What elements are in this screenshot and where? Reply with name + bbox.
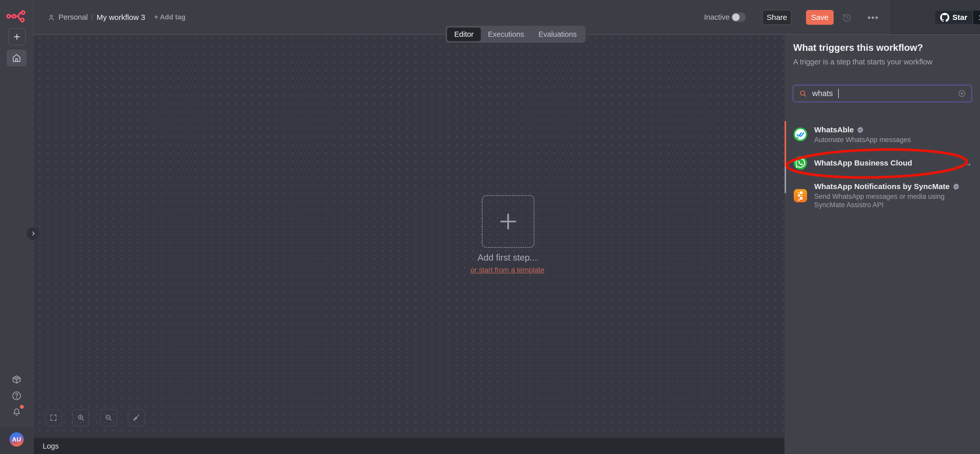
breadcrumb: Personal / My workflow 3 + Add tag — [48, 0, 186, 35]
logs-title: Logs — [43, 438, 59, 454]
verified-badge-icon — [953, 183, 959, 190]
github-star-widget: Star 164,523 — [935, 11, 980, 24]
zoom-out-button[interactable] — [100, 409, 117, 426]
n8n-logo-icon[interactable] — [6, 9, 27, 22]
canvas-controls — [45, 409, 145, 426]
workflow-history-button[interactable] — [842, 12, 852, 22]
github-star-label: Star — [952, 13, 967, 22]
tidy-up-button[interactable] — [128, 409, 145, 426]
history-icon — [842, 12, 852, 22]
trigger-picker-panel: What triggers this workflow? A trigger i… — [784, 35, 980, 454]
person-icon — [48, 14, 55, 21]
avatar-initials: AU — [12, 436, 21, 443]
fit-view-button[interactable] — [45, 409, 62, 426]
whatsable-icon — [793, 127, 808, 142]
logs-panel-bar[interactable]: Logs — [33, 438, 784, 454]
save-button[interactable]: Save — [806, 10, 834, 25]
panel-subtitle: A trigger is a step that starts your wor… — [793, 58, 932, 66]
workflow-canvas[interactable]: Add first step... or start from a templa… — [33, 35, 784, 438]
add-tag-button[interactable]: + Add tag — [154, 13, 186, 21]
add-first-step-button[interactable] — [482, 195, 535, 248]
open-arrow-icon: → — [963, 158, 972, 168]
view-tabs: Editor Executions Evaluations — [445, 26, 585, 43]
breadcrumb-separator: / — [91, 13, 93, 22]
share-button[interactable]: Share — [762, 10, 791, 25]
fit-view-icon — [49, 414, 57, 422]
panel-title: What triggers this workflow? — [793, 42, 923, 53]
chevron-right-icon — [30, 231, 36, 237]
home-icon — [11, 53, 22, 63]
sidebar-toggle-button[interactable] — [26, 226, 40, 241]
start-from-template-link[interactable]: or start from a template — [456, 266, 558, 274]
workflow-status-label: Inactive — [704, 0, 730, 35]
tidy-up-broom-icon — [132, 414, 140, 422]
node-name: WhatsApp Business Cloud — [814, 158, 912, 167]
notification-dot — [20, 405, 24, 409]
sidebar-item-help[interactable] — [11, 390, 22, 401]
app-sidebar: AU — [0, 0, 33, 454]
more-options-button[interactable]: ••• — [868, 12, 878, 22]
zoom-out-icon — [105, 414, 113, 422]
github-star-count[interactable]: 164,523 — [973, 11, 980, 24]
help-icon — [11, 390, 22, 401]
tab-editor[interactable]: Editor — [447, 28, 481, 41]
plus-icon — [499, 212, 517, 231]
templates-box-icon — [11, 374, 22, 385]
workflow-name[interactable]: My workflow 3 — [97, 13, 145, 22]
whatsapp-icon — [793, 156, 808, 170]
zoom-in-icon — [77, 414, 85, 422]
syncmate-icon — [793, 188, 808, 203]
tab-evaluations[interactable]: Evaluations — [531, 28, 584, 41]
node-result-whatsapp-syncmate[interactable]: WhatsApp Notifications by SyncMate Send … — [793, 182, 972, 209]
node-search-input[interactable]: whats — [793, 85, 972, 102]
sidebar-item-overview[interactable] — [6, 49, 27, 67]
plus-icon — [13, 32, 21, 41]
breadcrumb-project[interactable]: Personal — [59, 13, 88, 21]
github-icon — [940, 13, 949, 22]
node-description: Automate WhatsApp messages — [814, 135, 911, 144]
sidebar-item-templates[interactable] — [11, 374, 22, 385]
clear-circle-icon — [958, 89, 966, 97]
verified-badge-icon — [857, 126, 864, 133]
node-name: WhatsAble — [814, 125, 854, 134]
user-avatar[interactable]: AU — [10, 432, 24, 447]
clear-search-button[interactable] — [958, 89, 966, 97]
scrollbar-segment-gray[interactable] — [784, 167, 786, 193]
node-description: Send WhatsApp messages or media using Sy… — [814, 193, 947, 209]
active-toggle[interactable] — [731, 13, 746, 22]
zoom-in-button[interactable] — [73, 409, 89, 426]
node-result-whatsapp-business-cloud[interactable]: WhatsApp Business Cloud → — [793, 154, 972, 172]
node-name: WhatsApp Notifications by SyncMate — [814, 182, 950, 191]
scrollbar-segment-orange[interactable] — [784, 121, 786, 167]
github-star-button[interactable]: Star — [935, 11, 973, 24]
search-value: whats — [812, 89, 833, 98]
toggle-knob — [732, 14, 740, 21]
new-workflow-button[interactable] — [8, 28, 25, 46]
tab-executions[interactable]: Executions — [481, 28, 531, 41]
text-caret — [838, 89, 839, 98]
search-icon — [799, 89, 807, 97]
node-result-whatsable[interactable]: WhatsAble Automate WhatsApp messages — [793, 125, 972, 144]
add-first-step-label: Add first step... — [456, 252, 558, 263]
